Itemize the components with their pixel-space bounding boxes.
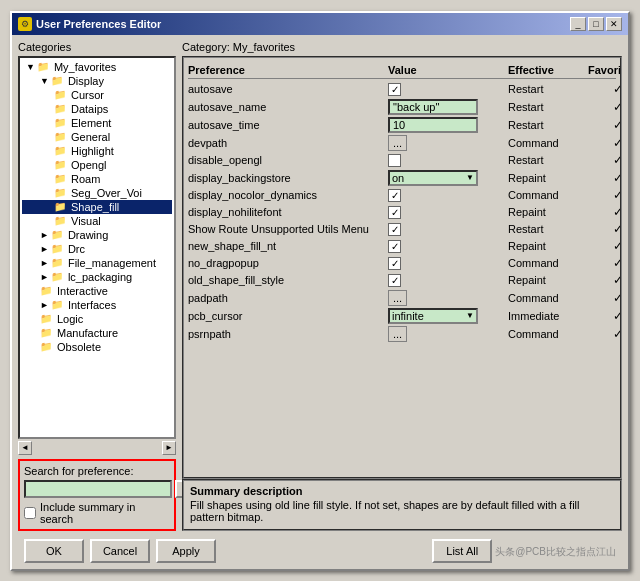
pref-effective: Repaint — [508, 206, 588, 218]
table-row: old_shape_fill_style Repaint ✓ — [188, 272, 616, 289]
tree-item-manufacture[interactable]: 📁 Manufacture — [22, 326, 172, 340]
pref-name: padpath — [188, 292, 388, 304]
pref-value[interactable]: ... — [388, 326, 508, 342]
categories-label: Categories — [18, 41, 176, 53]
dropdown-value[interactable]: infinite ▼ — [388, 308, 478, 324]
cancel-button[interactable]: Cancel — [90, 539, 150, 563]
checkbox-value[interactable] — [388, 154, 401, 167]
col-effective: Effective — [508, 64, 588, 76]
folder-icon: 📁 — [51, 299, 65, 311]
favorite-check: ✓ — [613, 291, 622, 305]
preferences-table: Preference Value Effective Favorite auto… — [182, 56, 622, 479]
checkbox-value[interactable] — [388, 206, 401, 219]
pref-value[interactable]: ... — [388, 135, 508, 151]
pref-effective: Repaint — [508, 172, 588, 184]
pref-value[interactable] — [388, 189, 508, 202]
folder-icon: 📁 — [54, 159, 68, 171]
folder-icon: 📁 — [54, 187, 68, 199]
pref-value[interactable] — [388, 206, 508, 219]
close-button[interactable]: ✕ — [606, 17, 622, 31]
tree-item-obsolete[interactable]: 📁 Obsolete — [22, 340, 172, 354]
pref-favorite: ✓ — [588, 118, 622, 132]
tree-item-roam[interactable]: 📁 Roam — [22, 172, 172, 186]
dots-button[interactable]: ... — [388, 135, 407, 151]
pref-favorite: ✓ — [588, 239, 622, 253]
pref-value[interactable] — [388, 274, 508, 287]
pref-name: Show Route Unsupported Utils Menu — [188, 223, 388, 235]
expand-icon: ► — [40, 300, 49, 310]
tree-item-drawing[interactable]: ► 📁 Drawing — [22, 228, 172, 242]
checkbox-value[interactable] — [388, 257, 401, 270]
tree-item-opengl[interactable]: 📁 Opengl — [22, 158, 172, 172]
pref-favorite: ✓ — [588, 153, 622, 167]
tree-item-lc-packaging[interactable]: ► 📁 lc_packaging — [22, 270, 172, 284]
tree-item-highlight[interactable]: 📁 Highlight — [22, 144, 172, 158]
folder-icon: 📁 — [51, 257, 65, 269]
expand-icon: ► — [40, 258, 49, 268]
dots-button[interactable]: ... — [388, 290, 407, 306]
checkbox-row: Include summary in search — [24, 501, 170, 525]
list-all-button[interactable]: List All — [432, 539, 492, 563]
main-area: Categories ▼ 📁 My_favorites ▼ 📁 Display — [18, 41, 622, 531]
tree-scroll-buttons: ◄ ► — [18, 441, 176, 455]
dots-button[interactable]: ... — [388, 326, 407, 342]
include-summary-checkbox[interactable] — [24, 507, 36, 519]
pref-name: display_backingstore — [188, 172, 388, 184]
ok-button[interactable]: OK — [24, 539, 84, 563]
pref-value[interactable] — [388, 83, 508, 96]
pref-value[interactable] — [388, 240, 508, 253]
folder-icon: 📁 — [40, 341, 54, 353]
tree-item-interfaces[interactable]: ► 📁 Interfaces — [22, 298, 172, 312]
table-row: disable_opengl Restart ✓ — [188, 152, 616, 169]
checkbox-value[interactable] — [388, 83, 401, 96]
pref-favorite: ✓ — [588, 188, 622, 202]
pref-value[interactable] — [388, 154, 508, 167]
dropdown-value[interactable]: on ▼ — [388, 170, 478, 186]
tree-item-seg-over-voi[interactable]: 📁 Seg_Over_Voi — [22, 186, 172, 200]
scroll-right-button[interactable]: ► — [162, 441, 176, 455]
tree-item-drc[interactable]: ► 📁 Drc — [22, 242, 172, 256]
categories-tree[interactable]: ▼ 📁 My_favorites ▼ 📁 Display 📁 Cursor — [18, 56, 176, 439]
pref-favorite: ✓ — [588, 273, 622, 287]
folder-icon: 📁 — [40, 285, 54, 297]
text-value-input[interactable] — [388, 117, 478, 133]
text-value-input[interactable] — [388, 99, 478, 115]
expand-icon: ▼ — [26, 62, 35, 72]
tree-item-interactive[interactable]: 📁 Interactive — [22, 284, 172, 298]
pref-name: old_shape_fill_style — [188, 274, 388, 286]
tree-item-dataips[interactable]: 📁 Dataips — [22, 102, 172, 116]
tree-item-logic[interactable]: 📁 Logic — [22, 312, 172, 326]
tree-item-shape-fill[interactable]: 📁 Shape_fill — [22, 200, 172, 214]
tree-item-general[interactable]: 📁 General — [22, 130, 172, 144]
tree-item-element[interactable]: 📁 Element — [22, 116, 172, 130]
pref-value[interactable] — [388, 257, 508, 270]
tree-item-file-management[interactable]: ► 📁 File_management — [22, 256, 172, 270]
minimize-button[interactable]: _ — [570, 17, 586, 31]
tree-item-cursor[interactable]: 📁 Cursor — [22, 88, 172, 102]
checkbox-value[interactable] — [388, 223, 401, 236]
pref-value[interactable]: ... — [388, 290, 508, 306]
include-summary-label: Include summary in search — [40, 501, 170, 525]
tree-item-my-favorites[interactable]: ▼ 📁 My_favorites — [22, 60, 172, 74]
pref-value[interactable] — [388, 117, 508, 133]
checkbox-value[interactable] — [388, 240, 401, 253]
pref-value[interactable] — [388, 99, 508, 115]
window-title: User Preferences Editor — [36, 18, 161, 30]
scroll-left-button[interactable]: ◄ — [18, 441, 32, 455]
pref-name: autosave_time — [188, 119, 388, 131]
pref-effective: Command — [508, 189, 588, 201]
apply-button[interactable]: Apply — [156, 539, 216, 563]
pref-value[interactable]: infinite ▼ — [388, 308, 508, 324]
pref-value[interactable]: on ▼ — [388, 170, 508, 186]
folder-icon: 📁 — [51, 75, 65, 87]
pref-favorite: ✓ — [588, 291, 622, 305]
checkbox-value[interactable] — [388, 274, 401, 287]
search-input[interactable] — [24, 480, 172, 498]
maximize-button[interactable]: □ — [588, 17, 604, 31]
dropdown-arrow-icon: ▼ — [466, 311, 474, 320]
summary-text: Fill shapes using old line fill style. I… — [190, 499, 614, 523]
checkbox-value[interactable] — [388, 189, 401, 202]
tree-item-display[interactable]: ▼ 📁 Display — [22, 74, 172, 88]
tree-item-visual[interactable]: 📁 Visual — [22, 214, 172, 228]
pref-value[interactable] — [388, 223, 508, 236]
